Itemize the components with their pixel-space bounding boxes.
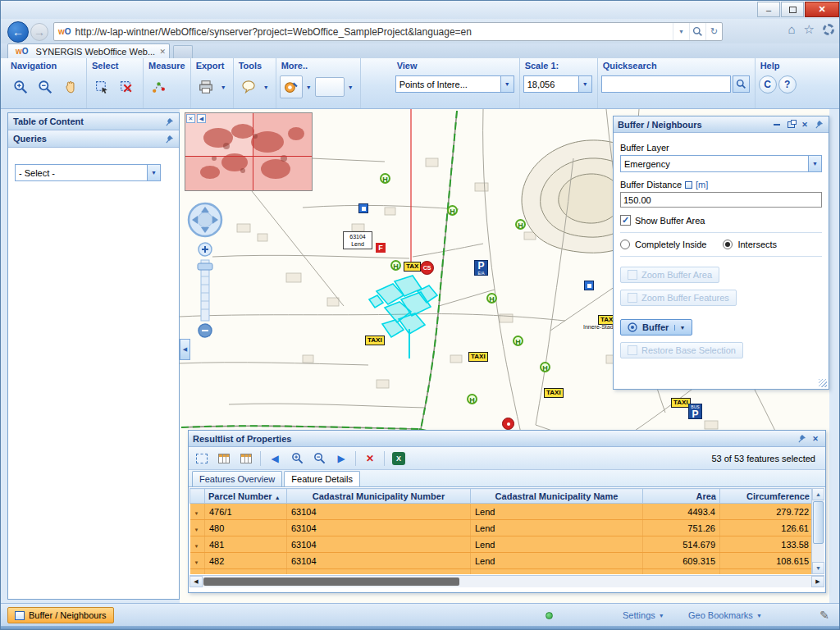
show-buffer-area-checkbox[interactable]: ✓ — [620, 215, 631, 226]
scroll-right-icon[interactable]: ▶ — [811, 576, 824, 587]
resultlist-pin-button[interactable] — [796, 433, 807, 444]
measure-button[interactable] — [147, 75, 170, 98]
geo-bookmarks-link[interactable]: Geo Bookmarks▼ — [688, 610, 762, 620]
queries-header[interactable]: Queries — [8, 130, 179, 148]
zoom-buffer-features-button[interactable]: Zoom Buffer Features — [620, 290, 737, 306]
chevron-down-icon[interactable]: ▼ — [500, 76, 514, 92]
table-row[interactable]: ▼ 476/163104Lend 4493.4279.722 — [190, 504, 814, 520]
pin-icon[interactable] — [165, 135, 174, 144]
pan-button[interactable] — [58, 75, 81, 98]
next-page-button[interactable]: ▶ — [333, 450, 349, 467]
overview-map[interactable]: ✕ ◀ — [185, 112, 313, 191]
column-header-circumference[interactable]: Circumference — [720, 489, 814, 504]
remove-selection-button[interactable]: ✕ — [362, 450, 378, 467]
scroll-up-icon[interactable]: ▲ — [812, 488, 824, 500]
tab-close-icon[interactable]: ✕ — [159, 48, 166, 56]
buffer-tool-button[interactable] — [280, 75, 303, 98]
edit-pencil-icon[interactable]: ✎ — [819, 609, 829, 622]
row-expander-icon[interactable]: ▼ — [194, 511, 199, 516]
restore-base-selection-button[interactable]: Restore Base Selection — [620, 342, 743, 358]
window-close-button[interactable]: ✕ — [805, 2, 839, 17]
row-expander-icon[interactable]: ▼ — [194, 544, 199, 549]
help-button[interactable]: ? — [778, 75, 797, 94]
view-select[interactable]: Points of Intere... ▼ — [395, 75, 514, 93]
scroll-down-icon[interactable]: ▼ — [812, 562, 824, 574]
panel-pin-button[interactable] — [813, 119, 824, 130]
window-minimize-button[interactable]: – — [757, 2, 780, 17]
panel-restore-button[interactable] — [785, 119, 797, 130]
tab-features-overview[interactable]: Features Overview — [192, 471, 282, 486]
window-maximize-button[interactable] — [781, 2, 804, 17]
select-result-button[interactable] — [194, 450, 210, 467]
clear-selection-button[interactable] — [115, 75, 138, 98]
select-features-button[interactable] — [90, 75, 113, 98]
table-row[interactable]: ▼ 486/263104Lend 97.84647.774 — [190, 569, 814, 575]
chevron-down-icon[interactable]: ▼ — [808, 156, 821, 171]
previous-page-button[interactable]: ◀ — [267, 450, 283, 467]
overview-collapse-icon[interactable]: ◀ — [197, 114, 206, 123]
print-button[interactable] — [194, 75, 217, 98]
url-text[interactable]: http://w-lap-wintner/WebOffice/synserver… — [75, 26, 673, 38]
query-select[interactable]: - Select - ▼ — [15, 164, 161, 181]
completely-inside-radio[interactable] — [620, 240, 630, 249]
vertical-scroll-thumb[interactable] — [813, 501, 824, 544]
column-header-parcel[interactable]: Parcel Number ▲ — [205, 489, 287, 504]
scale-select[interactable]: 18,056 ▼ — [523, 75, 592, 93]
intersects-radio[interactable] — [723, 240, 733, 249]
column-settings-button[interactable] — [216, 450, 232, 467]
zoom-in-button[interactable] — [9, 75, 32, 98]
table-horizontal-scrollbar[interactable]: ◀ ▶ — [189, 575, 824, 587]
quicksearch-input[interactable] — [601, 75, 731, 93]
browser-forward-button[interactable]: → — [30, 23, 48, 41]
settings-link[interactable]: Settings▼ — [623, 610, 664, 620]
favorites-star-icon[interactable]: ☆ — [804, 23, 815, 35]
column-header-cad-number[interactable]: Cadastral Municipality Number — [287, 489, 471, 504]
tab-feature-details[interactable]: Feature Details — [284, 471, 360, 486]
overview-close-icon[interactable]: ✕ — [186, 114, 195, 123]
sidebar-collapse-button[interactable]: ◀ — [180, 339, 190, 360]
address-dropdown-button[interactable]: ▼ — [673, 23, 689, 40]
excel-export-button[interactable]: X — [390, 450, 407, 467]
chevron-down-icon[interactable]: ▼ — [578, 76, 591, 92]
browser-tab[interactable]: wO SYNERGIS WebOffice Web... ✕ — [7, 43, 170, 58]
pin-icon[interactable] — [165, 117, 174, 126]
address-bar[interactable]: wO http://w-lap-wintner/WebOffice/synser… — [53, 22, 723, 41]
resultlist-header[interactable]: Resultlist of Properties ✕ — [189, 431, 825, 447]
buffer-panel-header[interactable]: Buffer / Neighbours ✕ — [614, 116, 829, 133]
map-navigation-widget[interactable] — [186, 201, 224, 347]
browser-back-button[interactable]: ← — [7, 21, 29, 43]
zoom-out-selection-button[interactable] — [311, 450, 327, 467]
resultlist-close-button[interactable]: ✕ — [810, 433, 821, 444]
gear-icon[interactable] — [823, 24, 834, 35]
export-table-button[interactable] — [238, 450, 254, 467]
refresh-button[interactable]: ↻ — [705, 23, 722, 40]
zoom-buffer-area-button[interactable]: Zoom Buffer Area — [620, 267, 719, 283]
more-extra-button[interactable] — [315, 77, 345, 97]
quicksearch-button[interactable] — [733, 75, 750, 93]
buffer-tool-dropdown-button[interactable]: ▼ — [304, 75, 313, 98]
panel-resize-grip[interactable] — [819, 379, 827, 387]
column-header-cad-name[interactable]: Cadastral Municipality Name — [471, 489, 643, 504]
zoom-to-selection-button[interactable] — [289, 450, 305, 467]
address-search-icon[interactable] — [689, 23, 705, 40]
buffer-layer-select[interactable]: Emergency ▼ — [620, 155, 822, 172]
tools-dropdown-button[interactable]: ▼ — [262, 75, 271, 98]
table-row[interactable]: ▼ 48063104Lend 751.26126.61 — [190, 520, 814, 536]
horizontal-scroll-thumb[interactable] — [203, 578, 459, 586]
table-row[interactable]: ▼ 48263104Lend 609.315108.615 — [190, 553, 814, 569]
calculator-icon[interactable] — [685, 181, 692, 189]
table-vertical-scrollbar[interactable]: ▲ ▼ — [811, 488, 824, 574]
zoom-out-button[interactable] — [34, 75, 57, 98]
home-icon[interactable]: ⌂ — [788, 23, 795, 35]
chevron-down-icon[interactable]: ▼ — [674, 325, 685, 331]
scroll-left-icon[interactable]: ◀ — [189, 576, 203, 587]
row-expander-icon[interactable]: ▼ — [194, 527, 199, 532]
more-extra-dropdown-button[interactable]: ▼ — [346, 75, 355, 98]
table-of-content-header[interactable]: Table of Content — [8, 113, 179, 130]
buffer-distance-input[interactable] — [620, 192, 822, 208]
tools-button[interactable] — [237, 75, 260, 98]
panel-close-button[interactable]: ✕ — [799, 119, 810, 130]
panel-minimize-button[interactable] — [771, 119, 783, 130]
table-row[interactable]: ▼ 48163104Lend 514.679133.58 — [190, 536, 814, 553]
row-expander-icon[interactable]: ▼ — [194, 560, 199, 565]
